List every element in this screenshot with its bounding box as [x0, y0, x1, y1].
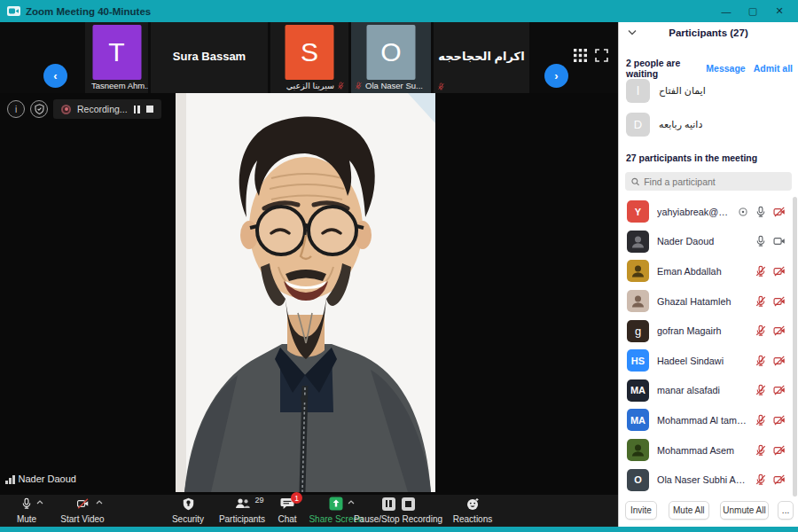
participant-row-host[interactable]: Y yahyiabreak@yah...(Host, me) [619, 197, 798, 227]
stop-recording-icon[interactable] [402, 497, 415, 511]
maximize-button[interactable]: ▢ [739, 5, 766, 17]
security-shield-icon[interactable] [30, 100, 48, 118]
participant-row[interactable]: MA manar alsafadi [619, 376, 798, 406]
speaker-portrait [176, 93, 435, 492]
camera-off-icon[interactable] [773, 265, 786, 278]
pause-recording-button[interactable] [134, 106, 140, 113]
stop-recording-button[interactable] [146, 106, 153, 113]
waiting-name: ايمان الفتاح [659, 85, 706, 97]
video-filmstrip: ‹ T Tasneem Ahm... Sura Bassam S سيرينا … [0, 22, 618, 93]
security-button[interactable]: Security [163, 497, 213, 526]
chevron-up-icon[interactable] [96, 500, 103, 505]
mic-muted-icon[interactable] [755, 473, 767, 486]
participant-row[interactable]: Nader Daoud [619, 227, 798, 257]
camera-off-icon[interactable] [773, 414, 786, 426]
participant-row[interactable]: O Ola Naser Subhi Abu Al-Kheir [619, 465, 798, 495]
participant-row[interactable]: MA Mohammad Al tamimi [619, 405, 798, 435]
pause-recording-icon[interactable] [382, 497, 395, 511]
video-tile-tasneem[interactable]: T Tasneem Ahm... [85, 22, 148, 93]
camera-off-icon[interactable] [773, 325, 786, 337]
participant-row[interactable]: g gofran Magairh [619, 316, 798, 346]
video-tile-ekram[interactable]: اكرام الحجاحجه [434, 22, 529, 93]
participant-row[interactable]: Mohammad Asem [619, 435, 798, 466]
more-options-button[interactable]: ... [778, 501, 794, 520]
camera-off-icon[interactable] [773, 473, 786, 486]
participant-row[interactable]: Eman Abdallah [619, 256, 798, 286]
mic-muted-icon[interactable] [755, 444, 767, 457]
participant-name: Mohammad Asem [657, 445, 747, 456]
participant-row[interactable]: Ghazal Hatamleh [619, 286, 798, 317]
message-link[interactable]: Message [706, 63, 745, 74]
mic-muted-icon[interactable] [755, 355, 767, 367]
mic-muted-icon[interactable] [755, 384, 767, 396]
camera-off-icon[interactable] [773, 355, 786, 367]
waiting-row[interactable]: D دانيه ربابعه [626, 111, 791, 137]
avatar: T [92, 25, 141, 80]
start-video-button[interactable]: Start Video [55, 497, 110, 526]
mute-button[interactable]: Mute [4, 497, 50, 526]
close-button[interactable]: ✕ [766, 5, 793, 17]
waiting-count-label: 2 people are waiting [626, 58, 698, 79]
avatar-photo [627, 231, 649, 253]
speaker-video [176, 93, 435, 492]
mic-muted-icon[interactable] [755, 325, 767, 337]
chevron-up-icon[interactable] [36, 500, 43, 505]
speaker-name: Nader Daoud [19, 473, 76, 484]
audio-select-icon[interactable] [738, 207, 748, 217]
avatar: ا [626, 79, 650, 103]
meeting-info-icon[interactable]: i [7, 100, 25, 118]
chat-button[interactable]: 1 Chat [271, 497, 303, 526]
admit-all-link[interactable]: Admit all [754, 63, 793, 74]
avatar: D [626, 113, 650, 137]
tile-name-label: Ola Naser Su... [355, 81, 423, 90]
video-tile-serena[interactable]: S سيرينا الزعبي [270, 22, 348, 93]
tile-name-center: Sura Bassam [151, 50, 268, 63]
participant-row[interactable]: HS Hadeel Sindawi [619, 346, 798, 376]
mic-on-icon[interactable] [755, 235, 767, 247]
invite-button[interactable]: Invite [625, 501, 657, 520]
camera-off-icon[interactable] [773, 295, 786, 308]
camera-off-icon[interactable] [773, 384, 786, 396]
mic-muted-icon[interactable] [755, 265, 767, 278]
mute-all-button[interactable]: Mute All [669, 501, 709, 520]
mic-on-icon[interactable] [755, 206, 767, 218]
mic-muted-icon[interactable] [755, 295, 767, 308]
participants-count-badge: 29 [254, 496, 263, 505]
reactions-button[interactable]: Reactions [450, 497, 495, 526]
participants-panel: Participants (27) 2 people are waiting M… [618, 22, 798, 527]
camera-off-icon[interactable] [773, 444, 786, 457]
person-silhouette-icon [630, 442, 645, 458]
mic-muted-icon[interactable] [755, 414, 767, 426]
mic-muted-icon [437, 82, 445, 90]
tile-name-label: Tasneem Ahm... [89, 81, 148, 90]
waiting-row[interactable]: ا ايمان الفتاح [626, 77, 791, 104]
search-input[interactable] [644, 176, 786, 187]
unmute-all-button[interactable]: Unmute All [720, 501, 769, 520]
pause-stop-recording-button[interactable]: Pause/Stop Recording [348, 497, 448, 526]
participant-search[interactable] [625, 172, 792, 191]
minimize-button[interactable]: — [713, 6, 739, 17]
waiting-name: دانيه ربابعه [659, 119, 702, 130]
window-controls: — ▢ ✕ [713, 0, 793, 22]
view-controls [574, 49, 608, 62]
panel-title: Participants (27) [619, 27, 798, 38]
video-tile-ola[interactable]: O Ola Naser Su... [351, 22, 431, 93]
fullscreen-icon[interactable] [595, 49, 608, 62]
filmstrip-prev-button[interactable]: ‹ [43, 64, 67, 88]
participant-name: Ghazal Hatamleh [657, 296, 747, 307]
gallery-view-icon[interactable] [574, 49, 587, 62]
zoom-window: Zoom Meeting 40-Minutes — ▢ ✕ ‹ T Tasnee… [0, 0, 798, 532]
participants-button[interactable]: 29 Participants [215, 497, 270, 526]
avatar: O [627, 469, 649, 491]
camera-on-icon[interactable] [773, 235, 786, 247]
panel-scrollbar[interactable] [793, 197, 797, 497]
camera-off-icon[interactable] [773, 206, 786, 218]
avatar: MA [627, 379, 649, 402]
signal-strength-icon [5, 475, 15, 484]
participant-name: Eman Abdallah [657, 266, 747, 277]
shield-icon [183, 497, 194, 511]
video-tile-sura[interactable]: Sura Bassam [151, 22, 268, 93]
participant-name: gofran Magairh [657, 325, 747, 336]
camera-off-icon [75, 497, 90, 510]
filmstrip-next-button[interactable]: › [544, 64, 568, 88]
